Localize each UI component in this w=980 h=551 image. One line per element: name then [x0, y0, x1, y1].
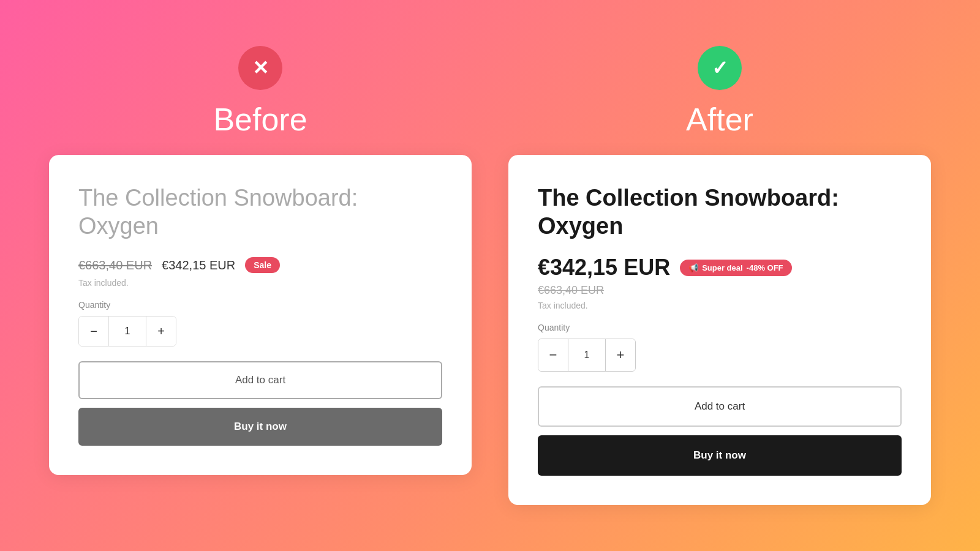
after-quantity-control: − 1 +	[538, 339, 636, 372]
after-qty-minus-button[interactable]: −	[538, 339, 568, 371]
before-qty-value: 1	[108, 317, 146, 346]
discount-label: -48% OFF	[747, 263, 783, 272]
after-badge-circle: ✓	[698, 46, 742, 90]
before-panel: ✕ Before The Collection Snowboard: Oxyge…	[49, 46, 472, 475]
after-price-original: €663,40 EUR	[538, 284, 902, 297]
after-title: After	[686, 101, 753, 138]
after-buy-it-now-button[interactable]: Buy it now	[538, 435, 902, 476]
before-card: The Collection Snowboard: Oxygen €663,40…	[49, 155, 472, 475]
after-quantity-label: Quantity	[538, 323, 902, 332]
after-qty-value: 1	[568, 339, 606, 371]
after-add-to-cart-button[interactable]: Add to cart	[538, 386, 902, 427]
after-price-row: €342,15 EUR 📢 Super deal -48% OFF	[538, 255, 902, 280]
before-tax-text: Tax included.	[78, 278, 442, 288]
after-product-title: The Collection Snowboard: Oxygen	[538, 184, 902, 240]
after-qty-plus-button[interactable]: +	[606, 339, 635, 371]
after-price-main: €342,15 EUR	[538, 255, 670, 280]
before-badge-circle: ✕	[238, 46, 282, 90]
before-qty-plus-button[interactable]: +	[146, 317, 176, 346]
before-buy-it-now-button[interactable]: Buy it now	[78, 408, 442, 446]
after-super-deal-badge: 📢 Super deal -48% OFF	[680, 260, 791, 276]
before-price-row: €663,40 EUR €342,15 EUR Sale	[78, 257, 442, 273]
before-quantity-control: − 1 +	[78, 316, 176, 347]
before-title: Before	[213, 101, 307, 138]
after-tax-text: Tax included.	[538, 301, 902, 310]
main-container: ✕ Before The Collection Snowboard: Oxyge…	[0, 46, 980, 505]
before-sale-badge: Sale	[245, 257, 280, 273]
megaphone-icon: 📢	[688, 263, 698, 272]
x-icon: ✕	[252, 56, 269, 80]
before-quantity-label: Quantity	[78, 300, 442, 310]
after-card: The Collection Snowboard: Oxygen €342,15…	[508, 155, 931, 505]
after-panel: ✓ After The Collection Snowboard: Oxygen…	[508, 46, 931, 505]
before-qty-minus-button[interactable]: −	[79, 317, 108, 346]
before-product-title: The Collection Snowboard: Oxygen	[78, 184, 442, 240]
super-deal-label: Super deal	[702, 263, 742, 272]
before-add-to-cart-button[interactable]: Add to cart	[78, 361, 442, 399]
check-icon: ✓	[712, 56, 728, 80]
before-price-sale: €342,15 EUR	[162, 258, 235, 272]
before-price-original: €663,40 EUR	[78, 258, 152, 272]
